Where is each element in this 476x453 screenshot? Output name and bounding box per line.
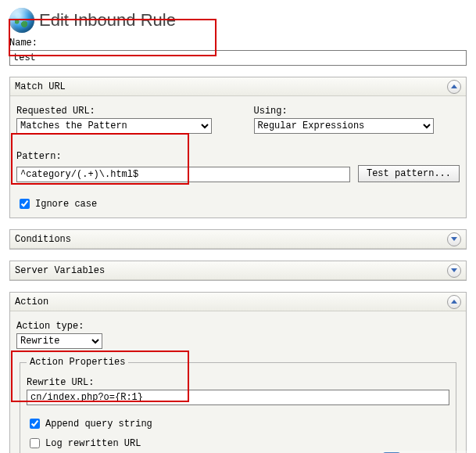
page-title: Edit Inbound Rule: [39, 10, 176, 31]
append-query-string-label: Append query string: [45, 419, 152, 430]
action-type-label: Action type:: [16, 321, 460, 332]
collapse-button[interactable]: [447, 80, 461, 94]
action-properties-legend: Action Properties: [27, 357, 128, 368]
conditions-header[interactable]: Conditions: [10, 230, 466, 249]
chevron-up-icon: [451, 300, 457, 304]
requested-url-label: Requested URL:: [16, 106, 223, 117]
chevron-up-icon: [451, 84, 457, 88]
action-type-select[interactable]: Rewrite: [16, 333, 102, 349]
ignore-case-checkbox[interactable]: [20, 199, 30, 209]
using-label: Using:: [254, 106, 460, 117]
name-input[interactable]: [9, 50, 467, 66]
action-properties-fieldset: Action Properties Rewrite URL: Append qu…: [20, 357, 456, 453]
ignore-case-label: Ignore case: [35, 199, 97, 210]
match-url-panel: Match URL Requested URL: Matches the Pat…: [9, 77, 467, 218]
panel-title: Match URL: [15, 81, 66, 92]
rewrite-url-label: Rewrite URL:: [27, 377, 449, 388]
requested-url-select[interactable]: Matches the Pattern: [16, 118, 212, 134]
panel-title: Server Variables: [15, 265, 105, 276]
expand-button[interactable]: [447, 232, 461, 246]
log-rewritten-url-checkbox[interactable]: [30, 438, 40, 448]
append-query-string-checkbox[interactable]: [30, 419, 40, 429]
globe-icon: [9, 8, 34, 33]
action-panel: Action Action type: Rewrite Action Prope…: [9, 292, 467, 453]
test-pattern-button[interactable]: Test pattern...: [358, 165, 460, 182]
expand-button[interactable]: [447, 264, 461, 278]
conditions-panel: Conditions: [9, 229, 467, 250]
rewrite-url-input[interactable]: [27, 390, 449, 405]
chevron-down-icon: [451, 237, 457, 241]
action-header[interactable]: Action: [10, 293, 466, 311]
pattern-input[interactable]: [16, 167, 350, 182]
server-variables-panel: Server Variables: [9, 261, 467, 281]
collapse-button[interactable]: [447, 295, 461, 309]
panel-title: Conditions: [15, 234, 71, 245]
chevron-down-icon: [451, 268, 457, 272]
name-label: Name:: [9, 38, 467, 49]
log-rewritten-url-label: Log rewritten URL: [45, 438, 141, 449]
panel-title: Action: [15, 297, 48, 307]
title-row: Edit Inbound Rule: [9, 8, 467, 33]
match-url-header[interactable]: Match URL: [10, 77, 466, 96]
server-variables-header[interactable]: Server Variables: [10, 261, 466, 280]
pattern-label: Pattern:: [16, 151, 460, 162]
using-select[interactable]: Regular Expressions: [254, 118, 434, 134]
